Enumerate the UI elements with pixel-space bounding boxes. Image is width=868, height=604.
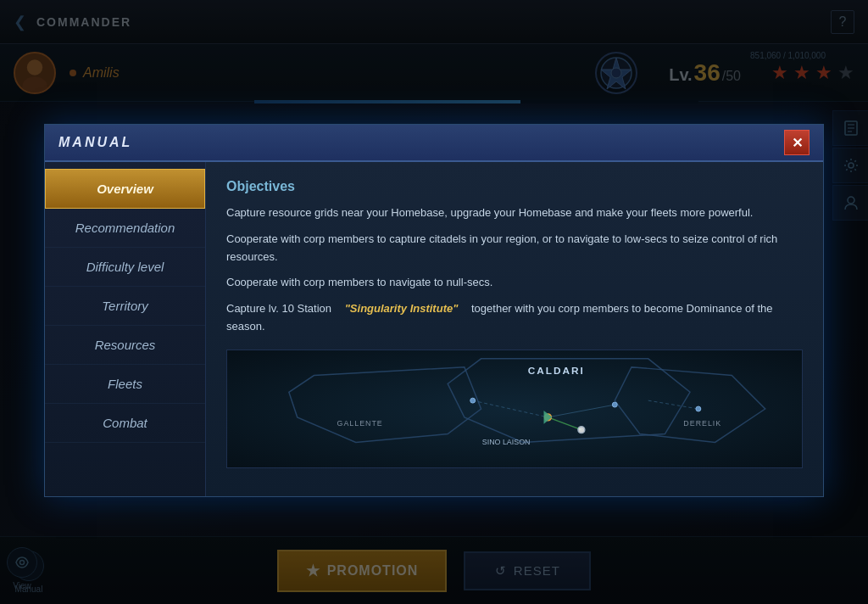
sidebar-item-fleets[interactable]: Fleets [45, 365, 205, 404]
sidebar-item-combat[interactable]: Combat [45, 404, 205, 443]
manual-modal: MANUAL ✕ Overview Recommendation Difficu… [44, 124, 824, 497]
svg-point-20 [470, 398, 476, 403]
objectives-paragraph-4: Capture lv. 10 Station "Singularity Inst… [226, 300, 803, 336]
modal-title: MANUAL [58, 135, 132, 150]
sidebar-item-resources[interactable]: Resources [45, 326, 205, 365]
modal-sidebar: Overview Recommendation Difficulty level… [45, 162, 206, 496]
modal-header: MANUAL ✕ [45, 125, 823, 162]
svg-line-19 [548, 417, 581, 430]
svg-marker-15 [615, 366, 765, 442]
para4-before: Capture lv. 10 Station [226, 302, 331, 315]
map-svg: CALDARI GALLENTE DERELIK SINO LAISON [227, 350, 802, 467]
gallente-label: GALLENTE [337, 418, 383, 427]
sidebar-item-difficulty[interactable]: Difficulty level [45, 248, 205, 287]
objectives-paragraph-1: Capture resource grids near your Homebas… [226, 204, 803, 222]
sidebar-item-territory[interactable]: Territory [45, 287, 205, 326]
svg-marker-14 [289, 366, 481, 442]
svg-line-18 [548, 405, 615, 417]
sino-laison-label: SINO LAISON [482, 438, 531, 446]
modal-overlay: MANUAL ✕ Overview Recommendation Difficu… [0, 0, 868, 604]
modal-content-area: Objectives Capture resource grids near y… [206, 162, 823, 496]
objectives-paragraph-3: Cooperate with corp members to navigate … [226, 274, 803, 292]
modal-close-button[interactable]: ✕ [784, 130, 810, 155]
svg-point-24 [578, 426, 585, 433]
objectives-title: Objectives [226, 179, 803, 194]
derelik-label: DERELIK [683, 418, 721, 427]
svg-point-23 [696, 406, 701, 411]
svg-marker-25 [544, 411, 553, 424]
svg-line-16 [473, 400, 548, 417]
objectives-paragraph-2: Cooperate with corp members to capture c… [226, 231, 803, 266]
map-container: CALDARI GALLENTE DERELIK SINO LAISON [226, 350, 803, 468]
sidebar-item-overview[interactable]: Overview [45, 169, 205, 209]
sidebar-item-recommendation[interactable]: Recommendation [45, 209, 205, 248]
svg-line-17 [648, 400, 698, 409]
modal-body: Overview Recommendation Difficulty level… [45, 162, 823, 496]
svg-point-22 [612, 402, 617, 407]
caldari-label: CALDARI [528, 364, 585, 376]
para4-highlight: "Singularity Institute" [345, 302, 459, 315]
